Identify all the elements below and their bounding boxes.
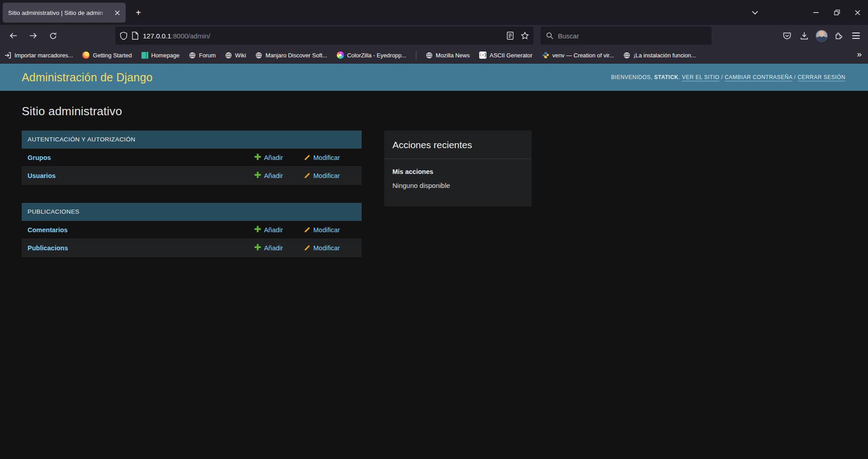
extensions-puzzle-icon[interactable] (831, 28, 846, 43)
restore-button[interactable] (826, 0, 847, 25)
model-link-publicacions[interactable]: Publicacions (28, 244, 68, 252)
reload-button[interactable] (45, 28, 61, 43)
bookmark-import[interactable]: Importar marcadores... (5, 52, 73, 59)
browser-navbar: 127.0.0.1:8000/admin/ Buscar (0, 25, 868, 47)
hamburger-bars (852, 33, 860, 39)
python-icon (542, 52, 549, 59)
pencil-icon (304, 154, 311, 161)
module-caption[interactable]: PUBLICACIONES (22, 203, 362, 221)
my-actions-subtitle: Mis acciones (392, 168, 524, 175)
search-placeholder: Buscar (558, 32, 579, 40)
bookmark-homepage[interactable]: Homepage (142, 52, 180, 59)
minimize-button[interactable] (806, 0, 826, 25)
url-path: :8000/admin/ (171, 32, 211, 40)
search-bar[interactable]: Buscar (541, 27, 712, 45)
model-link-comentarios[interactable]: Comentarios (28, 226, 68, 234)
none-available-text: Ninguno disponible (392, 182, 524, 189)
table-row: Grupos ✚ Añadir Modificar (22, 149, 362, 167)
bookmark-venv[interactable]: venv — Creation of vir... (542, 52, 614, 59)
globe-icon (189, 52, 196, 59)
recent-actions-title: Acciones recientes (384, 131, 532, 159)
bookmark-star-icon[interactable] (521, 32, 529, 40)
view-site-link[interactable]: VER EL SITIO (682, 74, 719, 80)
bookmark-colorzilla[interactable]: ColorZilla - Eyedropp... (337, 52, 406, 59)
welcome-label: BIENVENIDOS, (611, 74, 652, 80)
add-icon: ✚ (254, 225, 261, 234)
pocket-icon[interactable] (779, 28, 795, 43)
bookmarks-overflow-chevron[interactable]: » (857, 49, 862, 59)
add-link[interactable]: Añadir (264, 244, 283, 252)
download-icon[interactable] (797, 28, 812, 43)
change-link[interactable]: Modificar (313, 226, 340, 234)
tab-list-dropdown-icon[interactable] (746, 0, 764, 25)
dashboard-modules: AUTENTICACIÓN Y AUTORIZACIÓN Grupos ✚ Añ… (22, 131, 362, 275)
shield-icon[interactable] (120, 32, 127, 40)
add-icon: ✚ (254, 171, 261, 179)
profile-avatar[interactable] (814, 28, 829, 43)
globe-icon (623, 52, 630, 59)
new-tab-button[interactable]: + (132, 6, 145, 19)
url-text[interactable]: 127.0.0.1:8000/admin/ (143, 32, 210, 40)
import-icon (5, 52, 11, 59)
ascii-icon: :-) (479, 52, 486, 59)
bookmarks-separator (416, 51, 416, 60)
globe-icon (225, 52, 232, 59)
logout-link[interactable]: CERRAR SESIÓN (797, 74, 845, 80)
manjaro-icon (142, 52, 148, 59)
bookmark-forum[interactable]: Forum (189, 52, 216, 59)
add-link[interactable]: Añadir (264, 154, 283, 161)
add-link[interactable]: Añadir (264, 172, 283, 179)
change-password-link[interactable]: CAMBIAR CONTRASEÑA (725, 74, 793, 80)
django-content: Sitio administrativo AUTENTICACIÓN Y AUT… (0, 91, 868, 459)
globe-icon (255, 52, 262, 59)
screen: Sitio administrativo | Sitio de admin + (0, 0, 868, 459)
colorzilla-icon (337, 52, 344, 59)
browser-titlebar: Sitio administrativo | Sitio de admin + (0, 0, 868, 25)
table-row: Comentarios ✚ Añadir Modificar (22, 221, 362, 239)
window-controls (806, 0, 868, 25)
bookmark-instalacion[interactable]: ¡La instalación funcion... (623, 52, 696, 59)
site-name-link[interactable]: Administración de Django (22, 71, 153, 84)
bookmark-manjaro-discover[interactable]: Manjaro Discover Soft... (255, 52, 327, 59)
user-tools: BIENVENIDOS, STATICK. VER EL SITIO / CAM… (611, 74, 845, 80)
tab-title: Sitio administrativo | Sitio de admin (8, 9, 112, 16)
browser-tab[interactable]: Sitio administrativo | Sitio de admin (3, 3, 126, 23)
bookmark-mozilla-news[interactable]: Mozilla News (426, 52, 470, 59)
globe-icon (426, 52, 433, 59)
back-button[interactable] (5, 28, 21, 43)
search-icon (546, 32, 553, 39)
close-window-button[interactable] (847, 0, 868, 25)
module-publicaciones: PUBLICACIONES Comentarios ✚ Añadir Modif… (22, 203, 362, 257)
forward-button[interactable] (25, 28, 41, 43)
username: STATICK (654, 74, 679, 80)
url-bar[interactable]: 127.0.0.1:8000/admin/ (115, 27, 533, 45)
add-icon: ✚ (254, 153, 261, 161)
avatar-photo (816, 30, 828, 42)
bookmark-wiki[interactable]: Wiki (225, 52, 246, 59)
firefox-icon (82, 52, 90, 59)
model-link-usuarios[interactable]: Usuarios (28, 172, 56, 179)
module-auth: AUTENTICACIÓN Y AUTORIZACIÓN Grupos ✚ Añ… (22, 131, 362, 185)
pencil-icon (304, 172, 311, 179)
add-icon: ✚ (254, 243, 261, 252)
menu-hamburger-icon[interactable] (848, 28, 863, 43)
pencil-icon (304, 226, 311, 233)
reader-mode-icon[interactable] (507, 32, 514, 40)
url-host: 127.0.0.1 (143, 32, 171, 40)
table-row: Usuarios ✚ Añadir Modificar (22, 167, 362, 185)
tab-close-icon[interactable] (112, 8, 122, 18)
model-link-grupos[interactable]: Grupos (28, 154, 51, 161)
toolbar-right-icons (779, 25, 863, 47)
table-row: Publicacions ✚ Añadir Modificar (22, 239, 362, 257)
module-caption[interactable]: AUTENTICACIÓN Y AUTORIZACIÓN (22, 131, 362, 149)
bookmarks-bar: Importar marcadores... Getting Started H… (0, 47, 868, 64)
bookmark-ascii-generator[interactable]: :-) ASCII Generator (479, 52, 533, 59)
django-header: Administración de Django BIENVENIDOS, ST… (0, 64, 868, 91)
change-link[interactable]: Modificar (313, 154, 340, 161)
recent-actions-module: Acciones recientes Mis acciones Ninguno … (384, 131, 532, 206)
add-link[interactable]: Añadir (264, 226, 283, 234)
change-link[interactable]: Modificar (313, 244, 340, 252)
page-info-icon[interactable] (132, 32, 138, 40)
change-link[interactable]: Modificar (313, 172, 340, 179)
bookmark-getting-started[interactable]: Getting Started (82, 52, 132, 59)
